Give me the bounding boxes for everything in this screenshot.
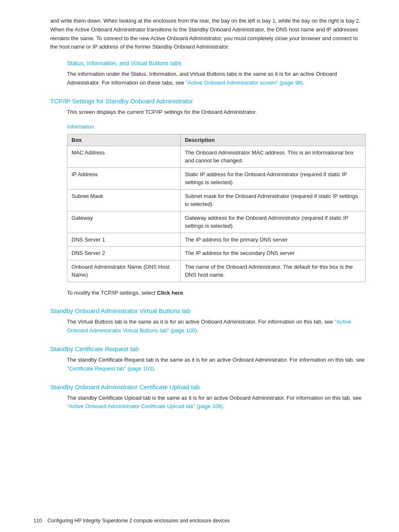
status-section-link[interactable]: "Active Onboard Administrator screen" (p… bbox=[186, 80, 303, 86]
table-col1-header: Box bbox=[67, 134, 181, 146]
footer-page-number: 110 bbox=[33, 518, 42, 524]
table-cell-box: Subnet Mask bbox=[67, 189, 181, 211]
information-subheading: Information bbox=[67, 123, 366, 130]
virtual-buttons-body: The Virtual Buttons tab is the same as i… bbox=[67, 318, 366, 335]
table-cell-box: Gateway bbox=[67, 211, 181, 233]
tcp-section-heading: TCP/IP Settings for Standby Onboard Admi… bbox=[50, 98, 366, 105]
table-cell-description: The Onboard Administrator MAC address. T… bbox=[180, 146, 365, 167]
table-cell-box: Onboard Administrator Name (DNS Host Nam… bbox=[67, 260, 181, 282]
table-row: DNS Server 1The IP address for the prima… bbox=[67, 233, 366, 247]
status-section-heading: Status, Information, and Virtual Buttons… bbox=[50, 60, 366, 67]
footer-title: Configuring HP Integrity Superdome 2 com… bbox=[47, 518, 230, 524]
status-section-body: The information under the Status, Inform… bbox=[67, 70, 366, 87]
status-section: Status, Information, and Virtual Buttons… bbox=[50, 60, 366, 87]
modify-text: To modify the TCP/IP settings, select Cl… bbox=[67, 289, 366, 298]
table-cell-description: Subnet mask for the Onboard Administrato… bbox=[180, 189, 365, 211]
virtual-buttons-heading: Standby Onboard Administrator Virtual Bu… bbox=[50, 307, 366, 314]
table-row: MAC AddressThe Onboard Administrator MAC… bbox=[67, 146, 366, 167]
table-cell-box: DNS Server 2 bbox=[67, 247, 181, 260]
table-cell-box: IP Address bbox=[67, 167, 181, 189]
table-col2-header: Description bbox=[180, 134, 365, 146]
intro-paragraph: and write them down. When looking at the… bbox=[50, 17, 366, 51]
footer: 110 Configuring HP Integrity Superdome 2… bbox=[0, 518, 399, 524]
click-here-link[interactable]: Click here bbox=[157, 290, 183, 296]
table-cell-description: The name of the Onboard Administrator. T… bbox=[180, 260, 365, 282]
certificate-upload-heading: Standby Onboard Administrator Certificat… bbox=[50, 383, 366, 391]
table-cell-description: The IP address for the primary DNS serve… bbox=[180, 233, 365, 247]
certificate-upload-section: Standby Onboard Administrator Certificat… bbox=[50, 383, 366, 411]
certificate-request-section: Standby Certificate Request tab The stan… bbox=[50, 345, 366, 373]
table-cell-box: MAC Address bbox=[67, 146, 181, 167]
certificate-request-link[interactable]: "Certificate Request tab" (page 103) bbox=[67, 365, 154, 372]
table-row: Subnet MaskSubnet mask for the Onboard A… bbox=[67, 189, 366, 211]
tcp-section: TCP/IP Settings for Standby Onboard Admi… bbox=[50, 98, 366, 298]
certificate-upload-link[interactable]: "Active Onboard Administrator Certificat… bbox=[67, 403, 223, 409]
table-cell-box: DNS Server 1 bbox=[67, 233, 181, 247]
certificate-request-heading: Standby Certificate Request tab bbox=[50, 345, 366, 352]
table-row: Onboard Administrator Name (DNS Host Nam… bbox=[67, 260, 366, 282]
tcp-section-body: This screen displays the current TCP/IP … bbox=[67, 108, 366, 117]
certificate-upload-body: The standby Certificate Upload tab is th… bbox=[67, 394, 366, 411]
table-cell-description: The IP address for the secondary DNS ser… bbox=[180, 247, 365, 260]
table-row: DNS Server 2The IP address for the secon… bbox=[67, 247, 366, 260]
table-cell-description: Gateway address for the Onboard Administ… bbox=[180, 211, 365, 233]
table-row: IP AddressStatic IP address for the Onbo… bbox=[67, 167, 366, 189]
certificate-request-body: The standby Certificate Request tab is t… bbox=[67, 356, 366, 373]
virtual-buttons-section: Standby Onboard Administrator Virtual Bu… bbox=[50, 307, 366, 335]
info-table: Box Description MAC AddressThe Onboard A… bbox=[67, 134, 366, 282]
table-row: GatewayGateway address for the Onboard A… bbox=[67, 211, 366, 233]
table-cell-description: Static IP address for the Onboard Admini… bbox=[180, 167, 365, 189]
